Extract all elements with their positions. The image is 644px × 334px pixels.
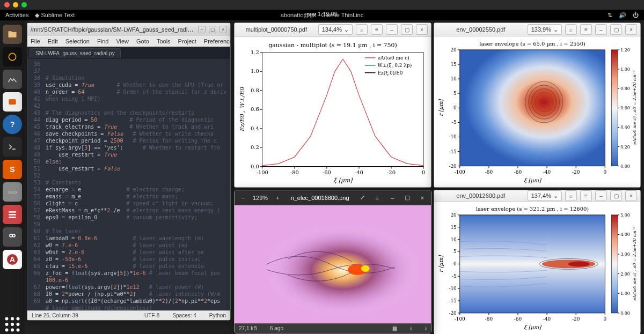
- sublime-titlebar[interactable]: /mnt/SCRATCH/fbpic/gaussian/SM-LWFA_gaus…: [27, 23, 230, 36]
- dock-tasks-icon[interactable]: [3, 205, 22, 224]
- svg-text:Ez(ξ,0)/E0: Ez(ξ,0)/E0: [378, 70, 403, 75]
- next-icon[interactable]: ›: [425, 325, 427, 331]
- dock-rhythmbox-icon[interactable]: [3, 47, 22, 66]
- grid-icon[interactable]: ▦: [392, 325, 397, 331]
- close-button[interactable]: ×: [625, 24, 637, 35]
- zoom-selector[interactable]: 134,4% ⌄: [318, 24, 353, 35]
- close-dot[interactable]: [4, 2, 10, 8]
- gnome-topbar: Activities ◆ Sublime Text abonatto@gff -…: [0, 10, 644, 20]
- menu-selection[interactable]: Selection: [65, 38, 90, 44]
- svg-rect-4: [9, 217, 16, 218]
- svg-point-11: [11, 323, 14, 326]
- multiplot-filename: multiplot_00000750.pdf: [238, 26, 315, 33]
- menu-find[interactable]: Find: [97, 38, 108, 44]
- menu-icon[interactable]: ≡: [580, 24, 592, 35]
- svg-text:-80: -80: [485, 169, 493, 175]
- menu-edit[interactable]: Edit: [48, 38, 58, 44]
- env2-filename: env_00012600.pdf: [437, 192, 524, 199]
- status-language[interactable]: Python: [209, 313, 226, 318]
- status-encoding[interactable]: UTF-8: [144, 313, 159, 318]
- menu-project[interactable]: Project: [178, 38, 196, 44]
- zoom-in-icon[interactable]: +: [272, 192, 283, 203]
- svg-text:0.40: 0.40: [620, 125, 630, 130]
- dock-screenshot-icon[interactable]: [3, 92, 22, 112]
- search-icon[interactable]: ⌕: [565, 24, 577, 35]
- svg-text:-20: -20: [449, 164, 457, 169]
- search-icon[interactable]: ⌕: [565, 190, 577, 201]
- dock-help-icon[interactable]: ?: [3, 115, 22, 134]
- dock-disk-icon[interactable]: SSD: [3, 182, 22, 202]
- close-button[interactable]: ×: [417, 192, 428, 203]
- clock[interactable]: nov 1 19:09: [306, 11, 338, 17]
- minimize-button[interactable]: –: [595, 190, 607, 201]
- close-button[interactable]: ×: [416, 24, 428, 35]
- svg-point-8: [11, 317, 14, 321]
- dock-update-icon[interactable]: A: [3, 250, 22, 269]
- close-button[interactable]: ×: [219, 26, 227, 33]
- svg-rect-2: [9, 211, 16, 213]
- menu-preferences[interactable]: Preferences: [204, 38, 236, 44]
- sublime-title: /mnt/SCRATCH/fbpic/gaussian/SM-LWFA_gaus…: [31, 26, 195, 33]
- search-icon[interactable]: ⌕: [356, 24, 368, 35]
- dock: ? S SSD A: [0, 20, 25, 334]
- multiplot-window: multiplot_00000750.pdf 134,4% ⌄ ⌕ ≡ – ▢ …: [234, 23, 431, 188]
- minimize-button[interactable]: –: [595, 24, 607, 35]
- maximize-button[interactable]: ▢: [402, 192, 413, 203]
- editor[interactable]: 36 37 38 39 40 41 42 43 44 45 46 47 48 4…: [27, 58, 230, 310]
- maximize-button[interactable]: ▢: [401, 24, 413, 35]
- svg-text:-10: -10: [449, 286, 457, 291]
- menu-goto[interactable]: Goto: [136, 38, 149, 44]
- menu-view[interactable]: View: [116, 38, 129, 44]
- show-apps-icon[interactable]: [3, 315, 22, 334]
- power-icon[interactable]: ⏻: [633, 12, 639, 18]
- multiplot-toolbar: multiplot_00000750.pdf 134,4% ⌄ ⌕ ≡ – ▢ …: [235, 23, 431, 37]
- svg-text:-15: -15: [449, 149, 456, 154]
- svg-point-10: [5, 323, 9, 326]
- volume-icon[interactable]: 🔊: [619, 12, 626, 19]
- prev-icon[interactable]: ‹: [410, 325, 412, 331]
- svg-text:0.80: 0.80: [620, 87, 630, 92]
- sublime-window: /mnt/SCRATCH/fbpic/gaussian/SM-LWFA_gaus…: [27, 23, 231, 321]
- chevron-down-icon: ⌄: [344, 26, 349, 33]
- menu-tools[interactable]: Tools: [157, 38, 171, 44]
- network-icon[interactable]: ⇅: [608, 12, 612, 19]
- activities-button[interactable]: Activities: [5, 12, 28, 18]
- zoom-value: 129%: [253, 195, 268, 201]
- menu-icon[interactable]: ≡: [372, 192, 383, 203]
- zoom-dot[interactable]: [21, 2, 27, 8]
- maximize-button[interactable]: ▢: [209, 26, 216, 33]
- maximize-button[interactable]: ▢: [610, 190, 622, 201]
- zoom-out-icon[interactable]: −: [238, 192, 248, 203]
- svg-rect-160: [235, 205, 431, 323]
- minimize-dot[interactable]: [13, 2, 18, 8]
- close-button[interactable]: ×: [625, 190, 637, 201]
- app-menu[interactable]: ◆ Sublime Text: [35, 12, 75, 19]
- dock-sublime-icon[interactable]: S: [3, 160, 22, 179]
- menu-file[interactable]: File: [31, 38, 40, 44]
- code-area[interactable]: # Simulation use_cuda = True # Whether t…: [42, 58, 230, 310]
- svg-text:-100: -100: [455, 316, 465, 322]
- svg-text:20: 20: [450, 212, 457, 218]
- dock-terminal-icon[interactable]: [3, 137, 22, 157]
- dock-viewer-icon[interactable]: [3, 227, 22, 247]
- dock-monitor-icon[interactable]: [3, 70, 22, 89]
- dock-files-icon[interactable]: [3, 25, 22, 44]
- svg-text:Ez/E0 ,  W⊥/E0: Ez/E0 , W⊥/E0: [239, 86, 246, 131]
- zoom-selector[interactable]: 137,4% ⌄: [528, 190, 562, 201]
- svg-text:0.8: 0.8: [251, 87, 259, 93]
- menu-icon[interactable]: ≡: [580, 190, 592, 201]
- file-tab[interactable]: SM-LWFA_gauss_seed_radial.py: [30, 48, 121, 58]
- env1-plot: laser envelope (s = 65.0 µm , i = 2550)-…: [434, 36, 640, 187]
- minimize-button[interactable]: –: [198, 26, 206, 33]
- svg-text:5: 5: [453, 91, 457, 97]
- menu-icon[interactable]: ≡: [371, 24, 383, 35]
- zoom-selector[interactable]: 133,9% ⌄: [528, 24, 562, 35]
- status-spaces[interactable]: Spaces: 4: [172, 313, 196, 318]
- minimize-button[interactable]: –: [386, 24, 398, 35]
- svg-text:ξ [µm]: ξ [µm]: [524, 177, 541, 184]
- fullscreen-icon[interactable]: ⤢: [357, 192, 368, 203]
- maximize-button[interactable]: ▢: [610, 24, 622, 35]
- svg-point-12: [17, 323, 20, 326]
- svg-text:1.0: 1.0: [251, 68, 259, 74]
- minimize-button[interactable]: –: [387, 192, 398, 203]
